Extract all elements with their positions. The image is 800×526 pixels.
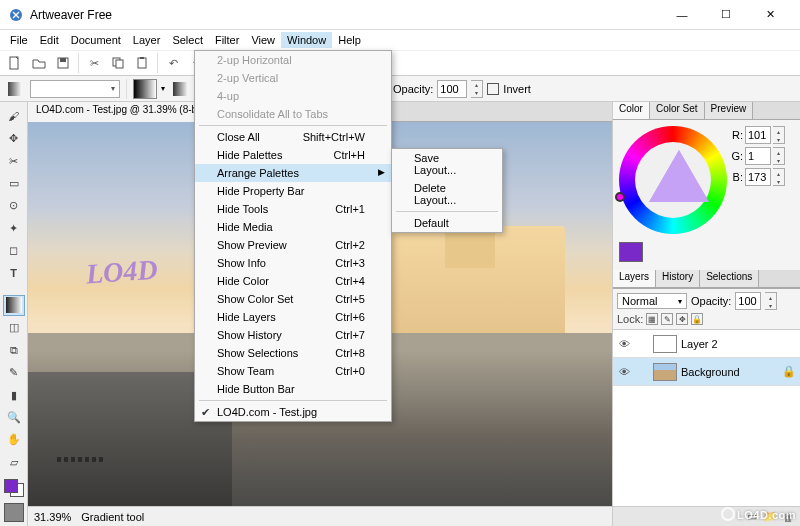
svg-rect-1: [10, 57, 18, 69]
menu-item-close-all[interactable]: Close AllShift+Ctrl+W: [195, 128, 391, 146]
g-input[interactable]: 1: [745, 147, 771, 165]
crop-tool-icon[interactable]: ✂: [3, 151, 25, 171]
hue-indicator-icon[interactable]: [615, 192, 625, 202]
menu-item-hide-media[interactable]: Hide Media: [195, 218, 391, 236]
menu-file[interactable]: File: [4, 32, 34, 48]
menu-item-show-color-set[interactable]: Show Color SetCtrl+5: [195, 290, 391, 308]
marquee-tool-icon[interactable]: ▭: [3, 173, 25, 193]
save-file-icon[interactable]: [52, 52, 74, 74]
menu-select[interactable]: Select: [166, 32, 209, 48]
stamp-tool-icon[interactable]: ⧉: [3, 340, 25, 360]
app-icon: [8, 7, 24, 23]
new-file-icon[interactable]: [4, 52, 26, 74]
paste-icon[interactable]: [131, 52, 153, 74]
submenu-item-default[interactable]: Default: [392, 214, 502, 232]
wand-tool-icon[interactable]: ✦: [3, 218, 25, 238]
layer-opacity-input[interactable]: 100: [735, 292, 761, 310]
lock-brush-icon[interactable]: ✎: [661, 313, 673, 325]
opacity-spinner[interactable]: ▴▾: [471, 80, 483, 98]
submenu-item-delete-layout-[interactable]: Delete Layout...: [392, 179, 502, 209]
menu-item-hide-palettes[interactable]: Hide PalettesCtrl+H: [195, 146, 391, 164]
open-file-icon[interactable]: [28, 52, 50, 74]
perspective-tool-icon[interactable]: ▱: [3, 452, 25, 472]
hand-tool-icon[interactable]: ✋: [3, 430, 25, 450]
menu-edit[interactable]: Edit: [34, 32, 65, 48]
lock-pixels-icon[interactable]: ▦: [646, 313, 658, 325]
document-tab[interactable]: LO4D.com - Test.jpg @ 31.39% (8-bit: [28, 102, 211, 122]
invert-checkbox[interactable]: [487, 83, 499, 95]
tab-history[interactable]: History: [656, 270, 700, 287]
move-tool-icon[interactable]: ✥: [3, 128, 25, 148]
layer-name: Background: [681, 366, 778, 378]
arrange-palettes-submenu: Save Layout...Delete Layout...Default: [391, 148, 503, 233]
text-tool-icon[interactable]: T: [3, 263, 25, 283]
menu-help[interactable]: Help: [332, 32, 367, 48]
layer-item[interactable]: 👁 Layer 2: [613, 330, 800, 358]
shape-tool-icon[interactable]: ◻: [3, 241, 25, 261]
b-input[interactable]: 173: [745, 168, 771, 186]
menu-item-hide-layers[interactable]: Hide LayersCtrl+6: [195, 308, 391, 326]
menu-item-hide-property-bar[interactable]: Hide Property Bar: [195, 182, 391, 200]
layer-item[interactable]: 👁 Background 🔒: [613, 358, 800, 386]
menu-document[interactable]: Document: [65, 32, 127, 48]
g-spinner[interactable]: ▴▾: [773, 147, 785, 165]
eyedropper-tool-icon[interactable]: ✎: [3, 362, 25, 382]
menu-filter[interactable]: Filter: [209, 32, 245, 48]
menu-item-show-history[interactable]: Show HistoryCtrl+7: [195, 326, 391, 344]
gradient-tool-icon-side[interactable]: [3, 295, 25, 316]
menu-layer[interactable]: Layer: [127, 32, 167, 48]
menu-view[interactable]: View: [245, 32, 281, 48]
layer-opacity-spinner[interactable]: ▴▾: [765, 292, 777, 310]
layer-blend-mode-select[interactable]: Normal▾: [617, 293, 687, 309]
zoom-display[interactable]: 31.39%: [34, 511, 71, 523]
cut-icon[interactable]: ✂: [83, 52, 105, 74]
prop-preset-select[interactable]: ▾: [30, 80, 120, 98]
b-spinner[interactable]: ▴▾: [773, 168, 785, 186]
bucket-tool-icon[interactable]: ▮: [3, 385, 25, 405]
menu-window[interactable]: Window: [281, 32, 332, 48]
maximize-button[interactable]: ☐: [704, 1, 748, 29]
tab-layers[interactable]: Layers: [613, 270, 656, 287]
zoom-tool-icon[interactable]: 🔍: [3, 407, 25, 427]
r-spinner[interactable]: ▴▾: [773, 126, 785, 144]
opacity-input[interactable]: 100: [437, 80, 467, 98]
tab-color[interactable]: Color: [613, 102, 650, 119]
tool-gradient-preview: [4, 503, 24, 522]
menu-item-hide-tools[interactable]: Hide ToolsCtrl+1: [195, 200, 391, 218]
menu-item-show-selections[interactable]: Show SelectionsCtrl+8: [195, 344, 391, 362]
minimize-button[interactable]: —: [660, 1, 704, 29]
gradient-preview-swatch[interactable]: [133, 79, 157, 99]
eye-icon[interactable]: 👁: [617, 338, 631, 350]
color-wheel[interactable]: [619, 126, 727, 234]
color-swatches[interactable]: [4, 479, 24, 498]
lock-label: Lock:: [617, 313, 643, 325]
eye-icon[interactable]: 👁: [617, 366, 631, 378]
submenu-item-save-layout-[interactable]: Save Layout...: [392, 149, 502, 179]
eraser-tool-icon[interactable]: ◫: [3, 318, 25, 338]
current-color-swatch[interactable]: [619, 242, 643, 262]
tab-preview[interactable]: Preview: [705, 102, 754, 119]
undo-icon[interactable]: ↶: [162, 52, 184, 74]
close-button[interactable]: ✕: [748, 1, 792, 29]
color-panel-tabs: Color Color Set Preview: [613, 102, 800, 120]
color-panel: R:101▴▾ G:1▴▾ B:173▴▾: [613, 120, 800, 270]
menu-item-lo4d-com-test-jpg[interactable]: ✔LO4D.com - Test.jpg: [195, 403, 391, 421]
tools-palette: 🖌 ✥ ✂ ▭ ⊙ ✦ ◻ T ◫ ⧉ ✎ ▮ 🔍 ✋ ▱: [0, 102, 28, 526]
menu-item-show-team[interactable]: Show TeamCtrl+0: [195, 362, 391, 380]
menu-item-arrange-palettes[interactable]: Arrange Palettes▶: [195, 164, 391, 182]
gradient-linear-icon[interactable]: [169, 78, 191, 100]
lock-all-icon[interactable]: 🔒: [691, 313, 703, 325]
menu-item-hide-button-bar[interactable]: Hide Button Bar: [195, 380, 391, 398]
menu-item-show-info[interactable]: Show InfoCtrl+3: [195, 254, 391, 272]
tab-color-set[interactable]: Color Set: [650, 102, 705, 119]
brush-tool-icon[interactable]: 🖌: [3, 106, 25, 126]
copy-icon[interactable]: [107, 52, 129, 74]
menu-item-show-preview[interactable]: Show PreviewCtrl+2: [195, 236, 391, 254]
lasso-tool-icon[interactable]: ⊙: [3, 196, 25, 216]
tab-selections[interactable]: Selections: [700, 270, 759, 287]
r-input[interactable]: 101: [745, 126, 771, 144]
titlebar: Artweaver Free — ☐ ✕: [0, 0, 800, 30]
lock-move-icon[interactable]: ✥: [676, 313, 688, 325]
layer-thumbnail: [653, 363, 677, 381]
menu-item-hide-color[interactable]: Hide ColorCtrl+4: [195, 272, 391, 290]
